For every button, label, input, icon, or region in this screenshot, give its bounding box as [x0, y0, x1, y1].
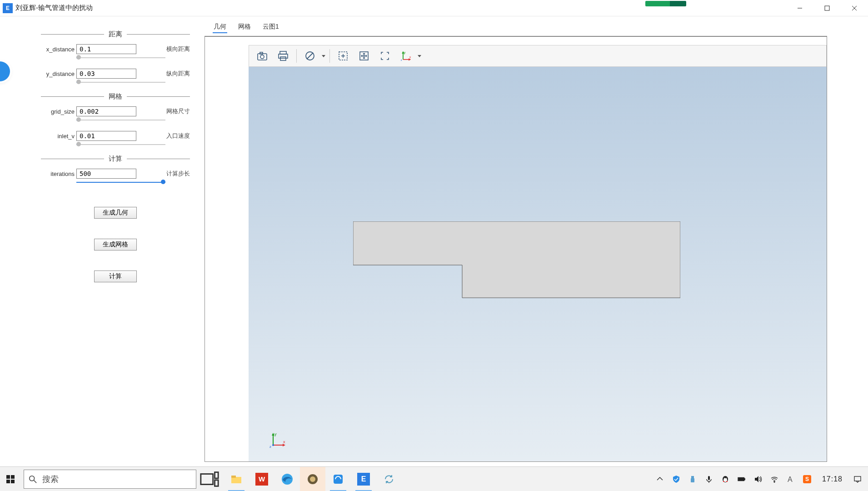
svg-rect-49	[691, 476, 694, 478]
tray-qq-icon[interactable]	[721, 475, 729, 483]
canvas-area: 几何 网格 云图1 yxz	[205, 16, 868, 466]
app-wps[interactable]: W	[249, 467, 274, 491]
print-icon[interactable]	[273, 47, 294, 65]
app-sync[interactable]	[376, 467, 402, 491]
run-calc-button[interactable]: 计算	[94, 271, 137, 282]
svg-rect-51	[708, 476, 710, 480]
tray-shield-icon[interactable]	[672, 475, 680, 483]
svg-marker-12	[322, 55, 325, 57]
param-grid-size: grid_size 网格尺寸	[41, 105, 190, 117]
app-edge[interactable]	[274, 467, 300, 491]
x-distance-slider[interactable]	[76, 56, 165, 60]
param-iterations: iterations 计算步长	[41, 168, 190, 180]
svg-rect-60	[738, 478, 744, 480]
nosymbol-icon[interactable]	[299, 47, 320, 65]
param-inlet-v: inlet_v 入口速度	[41, 130, 190, 142]
zoom-select-icon[interactable]	[333, 47, 354, 65]
activity-meter-icon	[645, 1, 686, 6]
tab-geometry[interactable]: 几何	[213, 23, 227, 33]
svg-point-47	[310, 476, 315, 482]
svg-rect-4	[258, 54, 267, 60]
x-distance-input[interactable]	[76, 44, 136, 54]
svg-line-39	[34, 480, 36, 482]
svg-text:z: z	[269, 445, 271, 449]
svg-rect-6	[260, 52, 263, 54]
tray-volume-icon[interactable]	[754, 475, 762, 483]
search-placeholder: 搜索	[42, 474, 59, 485]
task-view-button[interactable]	[199, 467, 220, 491]
param-label: iterations	[41, 170, 76, 177]
camera-icon[interactable]	[252, 47, 273, 65]
tab-contour[interactable]: 云图1	[262, 23, 280, 33]
inlet-v-input[interactable]	[76, 131, 136, 141]
axes-icon[interactable]: yxz	[395, 47, 416, 65]
svg-marker-61	[755, 476, 758, 482]
nosymbol-dropdown[interactable]	[320, 54, 327, 58]
titlebar: E 刘亚辉-输气管道中的扰动	[0, 0, 868, 16]
tray-battery-icon[interactable]	[738, 475, 746, 483]
svg-point-54	[724, 478, 725, 479]
sidebar: 距离 x_distance 横向距离 y_distance 纵向距离 网格 gr…	[0, 16, 205, 466]
svg-rect-64	[854, 476, 861, 481]
app-comsol[interactable]: E	[351, 467, 376, 491]
generate-mesh-button[interactable]: 生成网格	[94, 239, 137, 251]
viewport-toolbar: yxz	[249, 45, 827, 67]
tray-ime-a-icon[interactable]: A	[787, 475, 795, 483]
svg-text:y: y	[404, 51, 406, 55]
param-rlabel: 网格尺寸	[166, 107, 190, 115]
app-edge2[interactable]	[325, 467, 351, 491]
app-active-orange[interactable]	[300, 467, 325, 491]
svg-rect-9	[280, 57, 286, 60]
tray-clock[interactable]: 17:18	[822, 475, 843, 483]
viewport[interactable]: yxz	[249, 67, 827, 461]
svg-point-38	[30, 476, 35, 481]
close-button[interactable]	[841, 0, 868, 16]
y-distance-slider[interactable]	[76, 80, 165, 84]
system-tray: A S 17:18	[656, 475, 868, 483]
grid-size-slider[interactable]	[76, 118, 165, 122]
taskbar-search[interactable]: 搜索	[24, 470, 196, 489]
grid-size-input[interactable]	[76, 106, 136, 116]
fit-icon[interactable]	[374, 47, 395, 65]
svg-rect-44	[231, 476, 236, 478]
svg-rect-7	[280, 51, 286, 54]
section-calc: 计算	[41, 155, 190, 163]
move-icon[interactable]	[354, 47, 374, 65]
taskbar: 搜索 W E A S 17:18	[0, 466, 868, 491]
tray-mic-icon[interactable]	[705, 475, 713, 483]
tray-notifications-icon[interactable]	[853, 475, 862, 483]
axis-triad-icon: yxz	[269, 431, 287, 451]
param-rlabel: 入口速度	[166, 132, 190, 140]
tray-wifi-icon[interactable]	[770, 475, 778, 483]
window-title: 刘亚辉-输气管道中的扰动	[15, 4, 93, 12]
svg-rect-43	[231, 477, 241, 483]
geometry-shape	[353, 221, 680, 299]
svg-rect-57	[726, 481, 728, 482]
start-button[interactable]	[0, 467, 21, 491]
iterations-slider[interactable]	[76, 180, 165, 184]
tab-mesh[interactable]: 网格	[237, 23, 252, 33]
svg-marker-18	[402, 51, 404, 54]
param-label: y_distance	[41, 70, 76, 77]
svg-rect-35	[11, 475, 15, 479]
svg-rect-36	[6, 480, 10, 483]
iterations-input[interactable]	[76, 169, 136, 179]
maximize-button[interactable]	[813, 0, 841, 16]
y-distance-input[interactable]	[76, 69, 136, 79]
minimize-button[interactable]	[786, 0, 813, 16]
svg-rect-56	[723, 481, 724, 482]
svg-rect-50	[691, 478, 694, 482]
inlet-v-slider[interactable]	[76, 143, 165, 146]
tray-ime-sogou-icon[interactable]: S	[803, 475, 811, 483]
app-explorer[interactable]	[224, 467, 249, 491]
tray-usb-icon[interactable]	[688, 475, 697, 483]
svg-marker-24	[418, 55, 421, 57]
taskbar-apps: W E	[224, 467, 402, 491]
generate-geometry-button[interactable]: 生成几何	[94, 207, 137, 219]
axes-dropdown[interactable]	[416, 54, 423, 58]
param-rlabel: 计算步长	[166, 170, 190, 178]
param-rlabel: 纵向距离	[166, 70, 190, 78]
param-label: grid_size	[41, 108, 76, 115]
tray-chevron-icon[interactable]	[656, 475, 664, 483]
canvas-frame: yxz yxz	[205, 36, 827, 462]
